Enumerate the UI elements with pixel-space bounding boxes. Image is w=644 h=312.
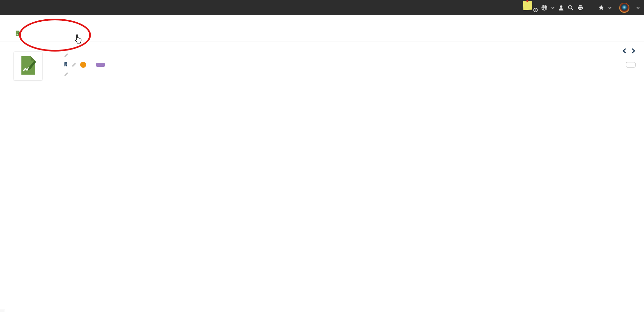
status-badge <box>626 62 636 67</box>
proposal-header <box>0 41 644 81</box>
proposal-document-icon <box>15 31 21 36</box>
chevron-down-icon[interactable] <box>636 6 640 9</box>
edit-pencil-icon[interactable] <box>72 62 76 67</box>
chevron-down-icon[interactable] <box>551 6 555 9</box>
project-line <box>61 71 111 78</box>
thirdparty-link[interactable] <box>64 62 69 67</box>
top-menu-bar <box>0 0 644 15</box>
customer-ref-line <box>61 52 111 59</box>
proposal-icon-box <box>14 52 42 80</box>
edit-pencil-icon[interactable] <box>64 72 69 77</box>
sticky-note-icon[interactable] <box>523 1 532 10</box>
browser-status-url <box>0 310 5 312</box>
left-fields-panel <box>12 93 320 93</box>
user-icon[interactable] <box>558 5 564 11</box>
notes-button[interactable] <box>96 63 105 67</box>
thirdparty-line <box>61 61 111 68</box>
header-right-actions <box>613 48 636 69</box>
previous-record-icon[interactable] <box>622 48 626 54</box>
star-icon[interactable] <box>598 4 605 11</box>
user-avatar[interactable] <box>619 3 629 13</box>
edit-pencil-icon[interactable] <box>64 53 69 58</box>
notes-count-badge <box>80 62 86 68</box>
globe-icon[interactable] <box>541 4 548 11</box>
proposal-header-info <box>61 47 111 81</box>
chevron-down-icon[interactable] <box>608 6 612 9</box>
search-icon[interactable] <box>568 5 574 11</box>
company-icon <box>64 62 68 67</box>
next-record-icon[interactable] <box>631 48 636 54</box>
top-right-tools <box>523 0 644 15</box>
card-body <box>12 81 636 93</box>
print-icon[interactable] <box>577 5 584 11</box>
proposal-document-icon <box>18 56 38 76</box>
card-tabbar <box>0 24 644 41</box>
record-dot-icon[interactable] <box>533 8 538 12</box>
